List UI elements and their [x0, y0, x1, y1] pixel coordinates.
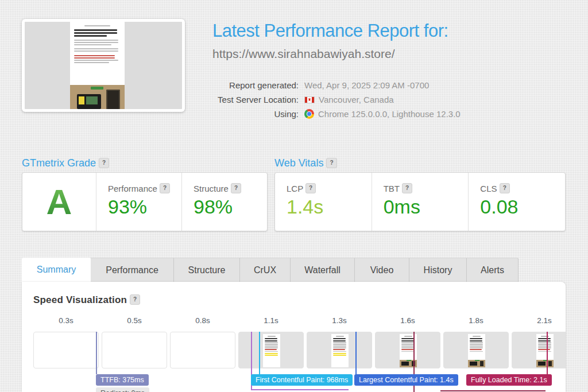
- tbt-label: TBT: [384, 184, 400, 193]
- web-vitals-card: LCP ? 1.4s TBT ? 0ms CLS ? 0.08: [274, 172, 566, 231]
- summary-panel: Speed Visualization ? 0.3s 0.5s 0.8s 1.1…: [22, 282, 566, 392]
- dom-loaded-connector-line: [251, 389, 349, 390]
- mini-page-thumbnail: [263, 334, 280, 367]
- server-location-value: Vancouver, Canada: [304, 95, 461, 104]
- filmstrip-frame-thumbnail: [307, 332, 372, 368]
- filmstrip-frame-thumbnail: [443, 332, 509, 368]
- mini-page-thumbnail: [468, 334, 485, 367]
- timeline-label: 1.1s: [238, 316, 304, 325]
- mini-page-thumbnail: [536, 334, 554, 367]
- using-label: Using:: [215, 109, 299, 119]
- performance-label: Performance: [108, 184, 157, 193]
- timeline-labels: 0.3s 0.5s 0.8s 1.1s 1.3s 1.6s 1.8s 2.1s: [33, 316, 577, 325]
- cls-label: CLS: [480, 184, 497, 193]
- grade-card: A Performance ? 93% Structure ? 98%: [22, 172, 268, 231]
- structure-metric: Structure ? 98%: [181, 173, 267, 231]
- tbt-help-icon[interactable]: ?: [402, 183, 412, 193]
- structure-value: 98%: [194, 196, 267, 218]
- timeline-label: 1.6s: [375, 316, 440, 325]
- performance-help-icon[interactable]: ?: [160, 183, 170, 193]
- timeline-label: 0.3s: [33, 316, 99, 325]
- performance-metric: Performance ? 93%: [96, 173, 181, 231]
- cls-help-icon[interactable]: ?: [500, 183, 510, 193]
- tbt-value: 0ms: [384, 196, 469, 218]
- report-generated-label: Report generated:: [215, 80, 299, 90]
- tab-video[interactable]: Video: [355, 258, 409, 282]
- gtmetrix-grade-heading: GTmetrix Grade ?: [22, 157, 109, 169]
- filmstrip-frame-thumbnail: [238, 332, 304, 368]
- tab-structure[interactable]: Structure: [174, 258, 240, 282]
- onload-connector-line: [440, 390, 546, 391]
- gtmetrix-report-page: { "header": { "title": "Latest Performan…: [0, 0, 588, 392]
- fully-loaded-marker-line: [547, 332, 548, 374]
- lcp-help-icon[interactable]: ?: [305, 183, 316, 193]
- filmstrip-frame-empty: [102, 332, 167, 368]
- speed-visualization-heading: Speed Visualization ?: [33, 294, 140, 306]
- lcp-value: 1.4s: [287, 196, 372, 218]
- filmstrip-frame-thumbnail: [375, 332, 440, 368]
- site-thumbnail: [22, 19, 185, 112]
- cls-value: 0.08: [480, 196, 565, 218]
- timeline-label: 1.8s: [443, 316, 509, 325]
- report-url: https://www.sirahnabawiyah.store/: [212, 47, 394, 61]
- tab-performance[interactable]: Performance: [91, 258, 174, 282]
- tab-waterfall[interactable]: Waterfall: [291, 258, 355, 282]
- timeline-label: 0.8s: [170, 316, 235, 325]
- web-vitals-heading: Web Vitals ?: [274, 157, 337, 169]
- tbt-metric: TBT ? 0ms: [372, 173, 469, 231]
- lcp-label: LCP: [287, 184, 303, 193]
- web-vitals-help-icon[interactable]: ?: [326, 158, 336, 168]
- redirect-chip: Redirect: 0ms: [96, 387, 149, 392]
- using-value: Chrome 125.0.0.0, Lighthouse 12.3.0: [304, 109, 461, 119]
- filmstrip-frame-thumbnail: [512, 332, 566, 368]
- grade-help-icon[interactable]: ?: [99, 158, 109, 168]
- timeline-label: 1.3s: [307, 316, 372, 325]
- speed-visualization-help-icon[interactable]: ?: [130, 294, 140, 305]
- server-location-label: Test Server Location:: [215, 95, 299, 104]
- mini-page-thumbnail: [331, 334, 349, 367]
- grade-letter-cell: A: [22, 173, 96, 231]
- fcp-marker-line: [259, 332, 260, 374]
- ttfb-chip: TTFB: 375ms: [96, 374, 149, 386]
- filmstrip: [33, 332, 566, 368]
- fcp-chip: First Contentful Paint: 968ms: [251, 374, 353, 386]
- lcp-chip: Largest Contentful Paint: 1.4s: [354, 374, 458, 386]
- performance-value: 93%: [108, 196, 181, 218]
- tab-crux[interactable]: CrUX: [240, 258, 291, 282]
- fully-loaded-chip: Fully Loaded Time: 2.1s: [466, 374, 552, 386]
- cls-metric: CLS ? 0.08: [468, 173, 565, 231]
- timeline-label: 0.5s: [102, 316, 167, 325]
- lcp-metric: LCP ? 1.4s: [275, 173, 372, 231]
- timeline-label: 2.1s: [512, 316, 577, 325]
- report-generated-value: Wed, Apr 9, 2025 2:09 AM -0700: [304, 80, 461, 90]
- tab-alerts[interactable]: Alerts: [467, 258, 519, 282]
- canada-flag-icon: [304, 96, 315, 103]
- structure-label: Structure: [194, 184, 229, 193]
- ttfb-marker-line: [96, 332, 97, 374]
- grade-letter: A: [47, 181, 72, 222]
- chrome-icon: [304, 109, 314, 119]
- site-thumbnail-photo: [70, 85, 125, 112]
- lcp-marker-line: [355, 332, 357, 374]
- tab-summary[interactable]: Summary: [22, 258, 91, 282]
- structure-help-icon[interactable]: ?: [231, 183, 241, 193]
- filmstrip-frame-empty: [170, 332, 235, 368]
- report-details: Report generated: Wed, Apr 9, 2025 2:09 …: [215, 80, 461, 119]
- page-title: Latest Performance Report for:: [212, 21, 448, 41]
- filmstrip-frame-empty: [33, 332, 99, 368]
- tab-history[interactable]: History: [409, 258, 467, 282]
- report-tabbar: Summary Performance Structure CrUX Water…: [22, 258, 519, 282]
